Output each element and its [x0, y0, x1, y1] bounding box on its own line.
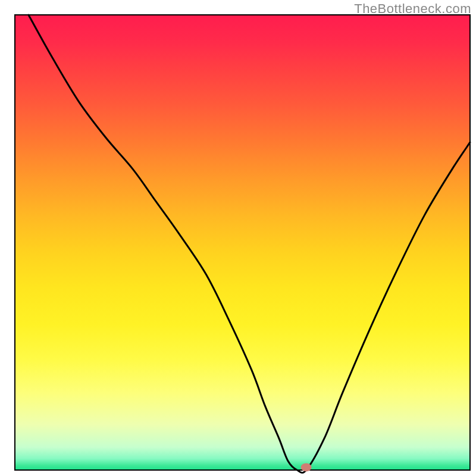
- plot-background: [15, 15, 470, 470]
- bottleneck-chart: TheBottleneck.com: [0, 0, 476, 476]
- optimal-marker: [301, 463, 312, 471]
- chart-svg: [0, 0, 476, 476]
- watermark-text: TheBottleneck.com: [354, 1, 471, 17]
